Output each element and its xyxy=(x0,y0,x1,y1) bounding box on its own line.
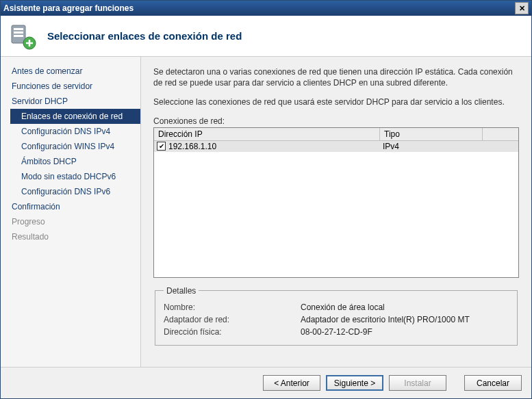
install-button: Instalar xyxy=(389,375,446,391)
detail-mac-label: Dirección física: xyxy=(164,327,301,337)
sidebar-item-confirmation[interactable]: Confirmación xyxy=(10,199,140,214)
sidebar-item-progress: Progreso xyxy=(10,214,140,229)
titlebar: Asistente para agregar funciones ✕ xyxy=(1,1,531,16)
detail-mac-value: 08-00-27-12-CD-9F xyxy=(301,327,509,337)
connections-group: Conexiones de red: Dirección IP Tipo ✔ 1… xyxy=(153,116,519,278)
sidebar-item-dhcp-scopes[interactable]: Ámbitos DHCP xyxy=(10,154,140,169)
sidebar-item-dhcp-server[interactable]: Servidor DHCP xyxy=(10,94,140,109)
detail-adapter-value: Adaptador de escritorio Intel(R) PRO/100… xyxy=(301,315,509,324)
row-ip: 192.168.1.10 xyxy=(168,142,216,151)
details-group: Detalles Nombre: Conexión de área local … xyxy=(155,286,518,346)
svg-rect-3 xyxy=(14,35,23,37)
wizard-icon xyxy=(9,23,36,50)
detail-name-label: Nombre: xyxy=(164,303,301,312)
sidebar: Antes de comenzar Funciones de servidor … xyxy=(1,57,141,367)
sidebar-item-dhcpv6-stateless[interactable]: Modo sin estado DHCPv6 xyxy=(10,169,140,184)
connections-label: Conexiones de red: xyxy=(153,116,519,126)
wizard-window: Asistente para agregar funciones ✕ Selec… xyxy=(0,0,532,399)
row-checkbox[interactable]: ✔ xyxy=(157,142,166,151)
sidebar-item-dns-ipv6[interactable]: Configuración DNS IPv6 xyxy=(10,184,140,199)
sidebar-item-wins-ipv4[interactable]: Configuración WINS IPv4 xyxy=(10,139,140,154)
col-ip[interactable]: Dirección IP xyxy=(154,128,380,140)
col-type[interactable]: Tipo xyxy=(380,128,483,140)
svg-rect-1 xyxy=(14,28,23,30)
back-button[interactable]: < Anterior xyxy=(263,375,320,391)
header-title: Seleccionar enlaces de conexión de red xyxy=(47,30,242,42)
main-panel: Se detectaron una o varias conexiones de… xyxy=(141,57,531,367)
svg-rect-2 xyxy=(14,31,23,34)
connections-table: Dirección IP Tipo ✔ 192.168.1.10 IPv4 xyxy=(153,127,519,278)
sidebar-item-dns-ipv4[interactable]: Configuración DNS IPv4 xyxy=(10,124,140,139)
row-type: IPv4 xyxy=(383,142,485,151)
col-spacer xyxy=(483,128,518,140)
detail-adapter-label: Adaptador de red: xyxy=(164,315,301,324)
window-title: Asistente para agregar funciones xyxy=(3,3,515,13)
intro-text-1: Se detectaron una o varias conexiones de… xyxy=(153,66,519,88)
close-button[interactable]: ✕ xyxy=(515,2,529,14)
sidebar-item-network-bindings[interactable]: Enlaces de conexión de red xyxy=(10,109,140,124)
sidebar-item-server-roles[interactable]: Funciones de servidor xyxy=(10,79,140,94)
body: Antes de comenzar Funciones de servidor … xyxy=(1,57,531,367)
table-body: ✔ 192.168.1.10 IPv4 xyxy=(154,141,518,277)
svg-rect-0 xyxy=(12,25,25,43)
footer: < Anterior Siguiente > Instalar Cancelar xyxy=(1,367,531,398)
sidebar-item-results: Resultado xyxy=(10,229,140,244)
details-legend: Detalles xyxy=(164,286,199,296)
header: Seleccionar enlaces de conexión de red xyxy=(1,16,531,57)
next-button[interactable]: Siguiente > xyxy=(326,375,383,391)
cancel-button[interactable]: Cancelar xyxy=(464,375,522,391)
sidebar-item-before-begin[interactable]: Antes de comenzar xyxy=(10,64,140,79)
table-row[interactable]: ✔ 192.168.1.10 IPv4 xyxy=(154,141,518,152)
table-header: Dirección IP Tipo xyxy=(154,128,518,141)
detail-name-value: Conexión de área local xyxy=(301,303,509,312)
intro-text-2: Seleccione las conexiones de red que usa… xyxy=(153,96,519,107)
